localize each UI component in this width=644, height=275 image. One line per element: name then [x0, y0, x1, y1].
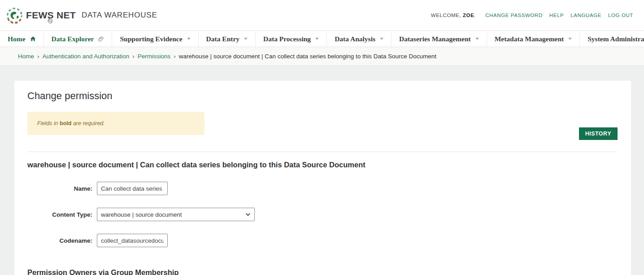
- divider: [27, 152, 618, 152]
- content-type-select-wrap: warehouse | source document: [97, 208, 255, 221]
- nav-item-data-explorer[interactable]: Data Explorer: [44, 31, 113, 47]
- chevron-down-icon: [568, 38, 572, 40]
- name-field-row: Name:: [27, 182, 618, 195]
- nav-item-home[interactable]: Home: [0, 31, 44, 47]
- note-text: Fields in bold are required.: [37, 120, 105, 127]
- hand-cursor-icon: [46, 15, 54, 25]
- main-nav: Home Data Explorer Supporting Evidence D…: [0, 31, 644, 47]
- help-link[interactable]: HELP: [549, 13, 564, 18]
- app-header: FEWS NET DATA WAREHOUSE WELCOME, ZOE. CH…: [0, 0, 644, 31]
- breadcrumb-home[interactable]: Home: [18, 53, 34, 60]
- nav-item-data-analysis[interactable]: Data Analysis: [327, 31, 392, 47]
- chevron-down-icon: [475, 38, 479, 40]
- content-card: Change permission Fields in bold are req…: [14, 81, 631, 275]
- name-input[interactable]: [97, 182, 168, 195]
- chevron-down-icon: [187, 38, 191, 40]
- home-icon: [30, 36, 36, 42]
- username: ZOE: [463, 13, 474, 18]
- fewsnet-globe-icon: [6, 7, 23, 24]
- nav-item-dataseries-management[interactable]: Dataseries Management: [392, 31, 487, 47]
- content-type-label: Content Type:: [27, 211, 97, 218]
- history-button[interactable]: HISTORY: [579, 127, 618, 140]
- breadcrumb-separator: ›: [132, 53, 135, 60]
- codename-field-row: Codename:: [27, 234, 618, 247]
- chevron-down-icon: [315, 38, 319, 40]
- codename-label: Codename:: [27, 237, 97, 244]
- brand[interactable]: FEWS NET: [6, 7, 76, 24]
- permission-owners-section-title: Permission Owners via Group Membership: [27, 268, 618, 275]
- permission-section-title: warehouse | source document | Can collec…: [27, 161, 618, 169]
- name-label: Name:: [27, 185, 97, 192]
- welcome-text: WELCOME, ZOE.: [431, 13, 476, 18]
- chevron-down-icon: [380, 38, 383, 40]
- breadcrumb-separator: ›: [174, 53, 176, 60]
- paperclip-icon: [98, 36, 104, 42]
- app-title: DATA WAREHOUSE: [82, 11, 157, 20]
- breadcrumb-auth[interactable]: Authentication and Authorization: [43, 53, 130, 60]
- content-type-select[interactable]: warehouse | source document: [97, 208, 255, 221]
- change-password-link[interactable]: CHANGE PASSWORD: [485, 13, 543, 18]
- breadcrumb-separator: ›: [37, 53, 39, 60]
- user-tools: WELCOME, ZOE. CHANGE PASSWORD HELP LANGU…: [431, 13, 633, 18]
- nav-item-data-entry[interactable]: Data Entry: [199, 31, 256, 47]
- note-row: Fields in bold are required. HISTORY: [27, 112, 618, 135]
- page-title: Change permission: [27, 90, 618, 102]
- breadcrumb: Home › Authentication and Authorization …: [0, 47, 644, 66]
- language-link[interactable]: LANGUAGE: [570, 13, 601, 18]
- nav-item-supporting-evidence[interactable]: Supporting Evidence: [112, 31, 198, 47]
- nav-item-metadata-management[interactable]: Metadata Management: [487, 31, 580, 47]
- content-type-field-row: Content Type: warehouse | source documen…: [27, 208, 618, 221]
- breadcrumb-current: warehouse | source document | Can collec…: [179, 53, 436, 60]
- nav-item-data-processing[interactable]: Data Processing: [256, 31, 327, 47]
- nav-item-system-administration[interactable]: System Administration: [580, 31, 644, 47]
- required-fields-note: Fields in bold are required.: [27, 112, 205, 135]
- codename-input[interactable]: [97, 234, 168, 247]
- chevron-down-icon: [244, 38, 248, 40]
- main-content: Change permission Fields in bold are req…: [0, 66, 644, 275]
- logout-link[interactable]: LOG OUT: [608, 13, 633, 18]
- breadcrumb-permissions[interactable]: Permissions: [138, 53, 171, 60]
